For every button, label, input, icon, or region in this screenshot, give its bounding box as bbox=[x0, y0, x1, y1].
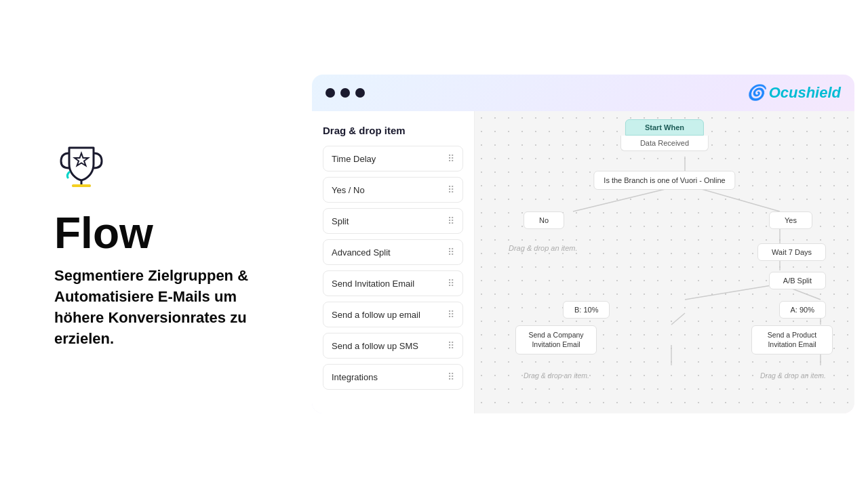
drag-item-advanced-split[interactable]: Advanced Split ⠿ bbox=[323, 239, 463, 265]
dot-3 bbox=[355, 88, 365, 98]
yes-branch[interactable]: Yes bbox=[769, 211, 812, 229]
dot-2 bbox=[340, 88, 350, 98]
send-product-node[interactable]: Send a Product Invitation Email bbox=[751, 325, 833, 354]
drop-placeholder-no: Drag & drop an item. bbox=[509, 244, 578, 252]
drag-handle-icon: ⠿ bbox=[448, 184, 454, 195]
ab-split-node[interactable]: A/B Split bbox=[769, 272, 826, 289]
drag-item-yes-no[interactable]: Yes / No ⠿ bbox=[323, 177, 463, 203]
wait-node[interactable]: Wait 7 Days bbox=[757, 243, 826, 261]
drag-handle-icon: ⠿ bbox=[448, 216, 454, 226]
drag-item-split[interactable]: Split ⠿ bbox=[323, 208, 463, 234]
drag-item-followup-email[interactable]: Send a follow up email ⠿ bbox=[323, 302, 463, 327]
app-window: 🌀 Ocushield Drag & drop item Time Delay … bbox=[312, 75, 854, 413]
start-when-header: Start When bbox=[625, 119, 704, 136]
drag-handle-icon: ⠿ bbox=[448, 340, 454, 351]
drag-handle-icon: ⠿ bbox=[448, 278, 454, 289]
drag-panel-title: Drag & drop item bbox=[323, 125, 463, 136]
brand-logo: 🌀 Ocushield bbox=[747, 84, 841, 102]
drop-placeholder-product: Drag & drop an item. bbox=[760, 371, 826, 380]
window-content: Drag & drop item Time Delay ⠿ Yes / No ⠿… bbox=[312, 111, 854, 413]
dot-1 bbox=[326, 88, 335, 98]
svg-marker-0 bbox=[75, 153, 88, 166]
no-branch[interactable]: No bbox=[524, 211, 564, 229]
window-dots bbox=[326, 88, 365, 98]
condition-node[interactable]: Is the Branch is one of Vuori - Online bbox=[593, 171, 735, 190]
drag-item-followup-sms[interactable]: Send a follow up SMS ⠿ bbox=[323, 333, 463, 359]
drop-placeholder-company: Drag & drop an item. bbox=[524, 371, 589, 380]
drag-panel: Drag & drop item Time Delay ⠿ Yes / No ⠿… bbox=[312, 111, 475, 413]
svg-line-11 bbox=[671, 313, 685, 325]
b-branch[interactable]: B: 10% bbox=[563, 301, 610, 319]
flow-canvas: Start When Data Received Is the Branch i… bbox=[475, 111, 854, 413]
start-when-node[interactable]: Start When Data Received bbox=[620, 119, 709, 151]
drag-item-time-delay[interactable]: Time Delay ⠿ bbox=[323, 146, 463, 171]
drag-handle-icon: ⠿ bbox=[448, 247, 454, 258]
page-subtitle: Segmentiere Zielgruppen & Automatisiere … bbox=[54, 266, 271, 349]
drag-handle-icon: ⠿ bbox=[448, 309, 454, 320]
window-titlebar: 🌀 Ocushield bbox=[312, 75, 854, 111]
left-panel: Flow Segmentiere Zielgruppen & Automatis… bbox=[0, 98, 312, 390]
svg-line-9 bbox=[685, 284, 780, 300]
start-when-body: Data Received bbox=[620, 136, 709, 151]
page-title: Flow bbox=[54, 211, 271, 255]
a-branch[interactable]: A: 90% bbox=[779, 301, 826, 319]
connector-lines bbox=[475, 111, 854, 413]
drag-handle-icon: ⠿ bbox=[448, 153, 454, 164]
drag-item-integrations[interactable]: Integrations ⠿ bbox=[323, 364, 463, 390]
drag-handle-icon: ⠿ bbox=[448, 371, 454, 382]
drag-item-invitation[interactable]: Send Invitation Email ⠿ bbox=[323, 270, 463, 296]
trophy-icon bbox=[54, 138, 108, 192]
send-company-node[interactable]: Send a Company Invitation Email bbox=[515, 325, 597, 354]
